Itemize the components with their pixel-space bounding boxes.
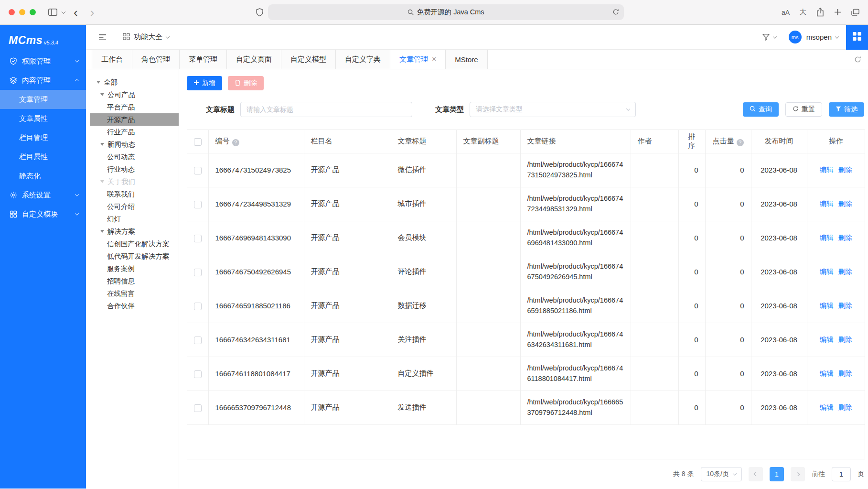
delete-link[interactable]: 删除	[838, 302, 852, 309]
edit-link[interactable]: 编辑	[820, 200, 834, 207]
column-header[interactable]: 排序	[678, 130, 705, 153]
edit-link[interactable]: 编辑	[820, 369, 834, 377]
forward-button[interactable]: ›	[86, 6, 98, 19]
column-header[interactable]: 文章标题	[391, 130, 456, 153]
tab[interactable]: 角色管理	[132, 50, 180, 69]
refresh-tabs-icon[interactable]	[854, 50, 861, 69]
theme-filter-icon[interactable]	[762, 33, 770, 41]
page-size-select[interactable]: 10条/页	[701, 467, 742, 481]
tree-node[interactable]: 行业动态	[86, 163, 179, 175]
text-size-icon[interactable]: aA	[782, 9, 790, 16]
tree-node[interactable]: 全部	[86, 76, 179, 88]
tab[interactable]: 自定义模型	[281, 50, 336, 69]
column-header[interactable]: 文章链接	[520, 130, 631, 153]
delete-link[interactable]: 删除	[838, 336, 852, 343]
close-icon[interactable]: ×	[432, 55, 436, 63]
tree-node[interactable]: 公司产品	[86, 88, 179, 101]
tab[interactable]: 自定义字典	[336, 50, 390, 69]
privacy-shield-icon[interactable]	[256, 8, 263, 17]
tree-node[interactable]: 公司介绍	[86, 200, 179, 213]
row-checkbox[interactable]	[194, 370, 202, 378]
row-checkbox[interactable]	[194, 201, 202, 208]
sidebar-subitem[interactable]: 静态化	[0, 166, 86, 185]
tree-node[interactable]: 平台产品	[86, 101, 179, 113]
help-icon[interactable]: ?	[232, 139, 239, 146]
tree-node[interactable]: 招聘信息	[86, 275, 179, 287]
column-header[interactable]: 栏目名	[304, 130, 391, 153]
delete-link[interactable]: 删除	[838, 234, 852, 241]
tree-node[interactable]: 行业产品	[86, 126, 179, 138]
edit-link[interactable]: 编辑	[820, 302, 834, 309]
row-checkbox[interactable]	[194, 167, 202, 174]
tree-node[interactable]: 低代码开发解决方案	[86, 250, 179, 262]
tree-node[interactable]: 信创国产化解决方案	[86, 238, 179, 250]
edit-link[interactable]: 编辑	[820, 336, 834, 343]
delete-link[interactable]: 删除	[838, 403, 852, 411]
next-page-button[interactable]	[791, 467, 805, 481]
reload-icon[interactable]	[612, 9, 619, 17]
chevron-down-icon[interactable]	[62, 10, 65, 13]
edit-link[interactable]: 编辑	[820, 166, 834, 174]
row-checkbox[interactable]	[194, 337, 202, 344]
browser-sidebar-toggle-icon[interactable]	[48, 9, 57, 16]
tree-expand-icon[interactable]	[100, 180, 104, 183]
row-checkbox[interactable]	[194, 269, 202, 276]
tree-node[interactable]: 幻灯	[86, 213, 179, 225]
current-page-button[interactable]: 1	[770, 467, 784, 481]
menu-fold-icon[interactable]	[98, 34, 107, 41]
address-bar[interactable]: 免费开源的 Java Cms	[268, 4, 624, 20]
tree-node[interactable]: 联系我们	[86, 188, 179, 200]
column-header[interactable]: 作者	[631, 130, 678, 153]
sidebar-item[interactable]: 权限管理	[0, 52, 86, 71]
tree-node[interactable]: 在线留言	[86, 287, 179, 300]
new-tab-icon[interactable]	[834, 9, 841, 16]
tree-node[interactable]: 解决方案	[86, 225, 179, 238]
column-header[interactable]: 操作	[807, 130, 865, 153]
close-window-button[interactable]	[9, 9, 15, 15]
goto-page-input[interactable]	[832, 467, 851, 481]
row-checkbox[interactable]	[194, 303, 202, 310]
username[interactable]: msopen	[806, 33, 832, 41]
share-icon[interactable]	[816, 8, 824, 17]
edit-link[interactable]: 编辑	[820, 403, 834, 411]
tree-node[interactable]: 新闻动态	[86, 138, 179, 151]
select-all-checkbox[interactable]	[194, 138, 202, 146]
sidebar-subitem[interactable]: 文章管理	[0, 90, 86, 109]
prev-page-button[interactable]	[749, 467, 763, 481]
tree-node[interactable]: 开源产品	[90, 113, 179, 126]
tab[interactable]: MStore	[446, 50, 487, 69]
back-button[interactable]: ‹	[70, 6, 82, 19]
tab[interactable]: 自定义页面	[227, 50, 281, 69]
delete-link[interactable]: 删除	[838, 369, 852, 377]
tree-node[interactable]: 服务案例	[86, 262, 179, 275]
tree-expand-icon[interactable]	[100, 93, 104, 96]
type-filter-select[interactable]: 请选择文章类型	[470, 102, 636, 117]
tree-expand-icon[interactable]	[100, 230, 104, 233]
tree-node[interactable]: 合作伙伴	[86, 300, 179, 312]
tree-expand-icon[interactable]	[100, 143, 104, 146]
sidebar-item[interactable]: 内容管理	[0, 71, 86, 90]
app-menu[interactable]: 功能大全	[123, 33, 169, 42]
tree-expand-icon[interactable]	[96, 81, 100, 84]
tree-node[interactable]: 公司动态	[86, 151, 179, 163]
column-header[interactable]: 文章副标题	[456, 130, 520, 153]
delete-link[interactable]: 删除	[838, 200, 852, 207]
filter-button[interactable]: 筛选	[829, 102, 864, 117]
tree-node[interactable]: 关于我们	[86, 175, 179, 188]
delete-button[interactable]: 删除	[228, 76, 264, 90]
help-icon[interactable]: ?	[737, 139, 744, 146]
zoom-window-button[interactable]	[30, 9, 36, 15]
apps-launcher-button[interactable]	[846, 25, 868, 50]
sidebar-item[interactable]: 自定义模块	[0, 205, 86, 224]
title-filter-input[interactable]	[240, 102, 412, 117]
edit-link[interactable]: 编辑	[820, 268, 834, 275]
tab[interactable]: 文章管理×	[390, 50, 446, 69]
avatar[interactable]: ms	[789, 31, 802, 43]
row-checkbox[interactable]	[194, 404, 202, 412]
row-checkbox[interactable]	[194, 235, 202, 242]
search-button[interactable]: 查询	[743, 102, 779, 117]
delete-link[interactable]: 删除	[838, 268, 852, 275]
minimize-window-button[interactable]	[19, 9, 25, 15]
column-header[interactable]: 编号?	[208, 130, 304, 153]
translate-icon[interactable]: 大	[800, 8, 806, 17]
